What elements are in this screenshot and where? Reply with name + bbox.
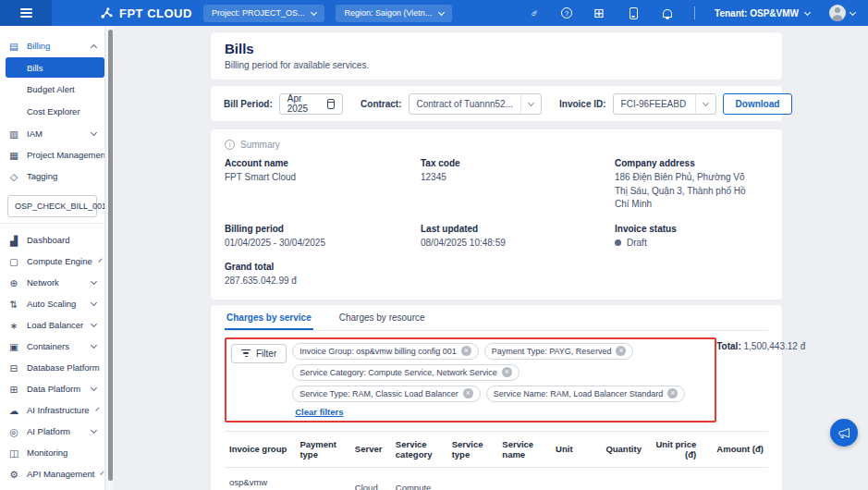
chip-label: Payment Type: PAYG, Reserved: [492, 347, 612, 356]
chevron-down-icon: [91, 300, 97, 306]
close-icon[interactable]: [463, 388, 473, 398]
chip-service-type[interactable]: Service Type: RAM, Classic Load Balancer: [292, 386, 480, 402]
sidebar-item-ai-platform[interactable]: ◎ AI Platform: [0, 421, 104, 442]
sidebar-item-database-platform[interactable]: ⊟ Database Platform: [0, 357, 104, 378]
calendar-icon[interactable]: [327, 99, 335, 109]
charges-tabs: Charges by service Charges by resource: [225, 305, 768, 331]
bill-period-label: Bill Period:: [224, 99, 273, 109]
col-amount: Amount (đ): [701, 431, 768, 467]
sidebar-item-monitoring[interactable]: ◫ Monitoring: [0, 442, 104, 463]
region-selector[interactable]: Region: Saigon (Vietn...: [336, 5, 452, 22]
sidebar-item-auto-scaling[interactable]: ⇅ Auto Scaling: [0, 293, 104, 314]
chip-payment-type[interactable]: Payment Type: PAYG, Reserved: [484, 343, 634, 360]
key-icon[interactable]: ♀: [527, 6, 542, 20]
sidebar-item-data-platform[interactable]: ⊞ Data Platform: [0, 378, 104, 399]
last-updated-field: Last updated 08/04/2025 10:48:59: [421, 224, 615, 251]
apps-grid-icon[interactable]: ⊞: [592, 6, 606, 20]
tenant-label: Tenant: OSP&VMW: [715, 8, 799, 18]
sidebar-item-project-management-label: Project Management: [27, 150, 105, 160]
cell-service-type: RAM: [447, 467, 498, 490]
fpt-logo-icon: [100, 6, 114, 20]
invoice-id-value: FCI-96FEEABD: [614, 99, 695, 109]
sidebar-item-compute-engine[interactable]: ▢ Compute Engine: [0, 251, 104, 272]
close-icon[interactable]: [667, 388, 678, 398]
company-address-label: Company address: [615, 158, 768, 168]
chevron-down-icon: [91, 278, 97, 285]
sidebar-item-bills[interactable]: Bills: [6, 57, 104, 78]
billing-period-label: Billing period: [225, 224, 421, 234]
sidebar-item-network[interactable]: ⊕ Network: [0, 272, 104, 293]
close-icon[interactable]: [616, 346, 626, 356]
filter-button[interactable]: Filter: [231, 344, 287, 363]
download-button[interactable]: Download: [723, 93, 793, 115]
tab-charges-by-resource[interactable]: Charges by resource: [337, 305, 427, 330]
sidebar-item-project-management[interactable]: ▦ Project Management: [0, 144, 104, 165]
invoice-id-select[interactable]: FCI-96FEEABD: [613, 93, 716, 115]
page-title: Bills: [225, 41, 768, 56]
sidebar-group-billing[interactable]: ▤ Billing: [0, 35, 104, 56]
cell-server: Cloud Server: [350, 467, 391, 490]
sidebar-item-ai-infrastructure[interactable]: ☁ AI Infrastructure: [0, 399, 104, 421]
cell-amount: 1,324,443.12: [701, 467, 768, 490]
account-name-field: Account name FPT Smart Cloud: [225, 158, 421, 212]
avatar[interactable]: [829, 5, 846, 21]
chip-service-category[interactable]: Service Category: Compute Service, Netwo…: [292, 364, 520, 381]
sidebar-group-iam[interactable]: ▥ IAM: [0, 123, 104, 144]
sidebar-item-load-balancer[interactable]: ∗ Load Balancer: [0, 314, 104, 336]
hamburger-menu-icon[interactable]: [0, 0, 52, 26]
table-row[interactable]: osp&vmw billing config 001 PAYG Cloud Se…: [225, 467, 768, 490]
contract-select[interactable]: Contract of Tuannn52...: [409, 93, 543, 115]
bill-period-value: Apr 2025: [287, 93, 312, 114]
col-service-category: Service category: [391, 431, 447, 467]
project-selector[interactable]: Project: PROJECT_OS...: [203, 5, 325, 22]
invoice-id-label: Invoice ID:: [559, 99, 606, 109]
tab-charges-by-service[interactable]: Charges by service: [225, 305, 313, 330]
logo-text: FPT CLOUD: [119, 6, 192, 20]
close-icon[interactable]: [461, 346, 471, 356]
sidebar-item-database-platform-label: Database Platform: [27, 362, 100, 373]
sidebar-group-iam-label: IAM: [27, 129, 43, 139]
sidebar-item-containers[interactable]: ▣ Containers: [0, 336, 104, 357]
cell-service-category: Compute Service: [391, 467, 447, 490]
support-icon[interactable]: [561, 7, 572, 18]
status-dot-icon: [615, 239, 621, 246]
chevron-down-icon: [104, 203, 105, 207]
col-quantity: Quantity: [601, 431, 646, 467]
invoice-status-value: Draft: [627, 237, 647, 251]
sidebar-nav: ▤ Billing Bills Budget Alert Cost Explor…: [0, 26, 105, 490]
tenant-selector[interactable]: Tenant: OSP&VMW: [715, 8, 810, 18]
mobile-app-icon[interactable]: [626, 6, 641, 20]
close-icon[interactable]: [502, 367, 512, 377]
account-menu[interactable]: [829, 5, 855, 21]
project-management-icon: ▦: [8, 150, 19, 161]
sidebar-item-auto-scaling-label: Auto Scaling: [27, 299, 76, 309]
tax-code-field: Tax code 12345: [421, 158, 615, 212]
cell-invoice-group: osp&vmw billing config 001: [225, 467, 295, 490]
clear-filters-link[interactable]: Clear filters: [295, 407, 343, 417]
chip-invoice-group[interactable]: Invoice Group: osp&vmw billing config 00…: [292, 343, 479, 360]
last-updated-label: Last updated: [421, 224, 615, 234]
col-payment-type: Payment type: [295, 431, 349, 467]
sidebar-item-partial[interactable]: ▢: [0, 484, 104, 490]
sidebar-scrollbar[interactable]: [106, 26, 114, 490]
header-divider: [694, 6, 695, 19]
chip-label: Invoice Group: osp&vmw billing config 00…: [300, 347, 457, 356]
account-name-value: FPT Smart Cloud: [225, 171, 421, 185]
api-management-gear-icon: ⚙: [8, 469, 19, 480]
chip-service-name[interactable]: Service Name: RAM, Load Balancer Standar…: [486, 386, 686, 402]
sidebar-item-budget-alert[interactable]: Budget Alert: [0, 79, 104, 100]
scrollbar-thumb[interactable]: [108, 30, 113, 481]
sidebar-item-tagging-label: Tagging: [27, 171, 57, 181]
sidebar-item-dashboard[interactable]: ▟ Dashboard: [0, 229, 104, 251]
sidebar-divider: [0, 223, 104, 224]
cell-unit-price: 1,111.11: [646, 467, 701, 490]
feedback-button[interactable]: [830, 419, 858, 447]
bill-period-input[interactable]: Apr 2025: [279, 93, 343, 115]
vpc-select-dropdown[interactable]: OSP_CHECK_BILL_001: [7, 195, 97, 217]
chip-label: Service Category: Compute Service, Netwo…: [300, 368, 497, 377]
notifications-bell-icon[interactable]: [660, 6, 675, 20]
sidebar-item-tagging[interactable]: ◇ Tagging: [0, 165, 104, 187]
sidebar-item-cost-explorer[interactable]: Cost Explorer: [0, 101, 104, 122]
page-header-card: Bills Billing period for available servi…: [211, 32, 782, 80]
sidebar-item-api-management[interactable]: ⚙ API Management: [0, 463, 104, 484]
